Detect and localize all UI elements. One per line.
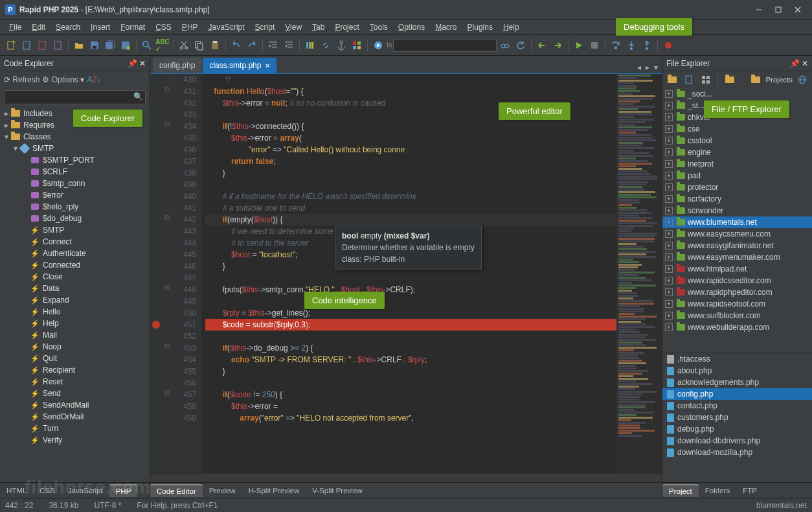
tree-item-mail[interactable]: ⚡Mail (0, 329, 150, 341)
editor-tab-class-smtp-php[interactable]: class.smtp.php✕ (203, 58, 276, 73)
tab-prev-icon[interactable]: ◂ (636, 62, 642, 73)
expand-icon[interactable]: + (665, 148, 673, 156)
save-icon[interactable] (87, 38, 102, 52)
file-contact-php[interactable]: contact.php (662, 400, 812, 412)
breakpoint-marker[interactable] (152, 321, 160, 329)
search-icon[interactable] (140, 38, 154, 52)
expand-icon[interactable]: + (665, 312, 673, 320)
menu-php[interactable]: PHP (177, 21, 203, 34)
address-input[interactable] (393, 39, 497, 52)
expand-icon[interactable]: + (665, 323, 673, 331)
tree-item--crlf[interactable]: $CRLF (0, 166, 150, 178)
expand-icon[interactable]: + (665, 137, 673, 145)
breakpoint-icon[interactable] (661, 38, 675, 52)
expand-icon[interactable]: + (665, 253, 673, 261)
open-folder-icon[interactable] (723, 73, 737, 87)
code-line-459[interactable]: array("error" => "HELO not accepted from… (205, 412, 616, 424)
file-customers-php[interactable]: customers.php (662, 412, 812, 423)
code-line-440[interactable]: # if a hostname for the HELO wasn't spec… (205, 191, 616, 202)
folder-www-rapidphpeditor-com[interactable]: +www.rapidphpeditor.com (662, 286, 812, 298)
lang-tab-html[interactable]: HTML (0, 485, 33, 496)
folder-inetprot[interactable]: +inetprot (662, 158, 812, 170)
tab-next-icon[interactable]: ▸ (644, 62, 651, 73)
code-line-447[interactable] (205, 272, 616, 284)
menu-format[interactable]: Format (115, 21, 150, 34)
tree-item-smtp[interactable]: ⚡SMTP (0, 224, 150, 236)
code-line-454[interactable]: echo "SMTP -> FROM SERVER: " . $this->CR… (205, 354, 616, 366)
code-line-431[interactable]: function Hello($host="") { (205, 86, 616, 97)
tree-item-quit[interactable]: ⚡Quit (0, 353, 150, 364)
tree-item-smtp[interactable]: ▾SMTP (0, 143, 150, 154)
spellcheck-icon[interactable]: ABC✓ (155, 38, 170, 52)
file--htaccess[interactable]: .htaccess (662, 353, 812, 365)
menu-script[interactable]: Script (250, 21, 280, 34)
menu-macro[interactable]: Macro (430, 21, 462, 34)
tree-item-verify[interactable]: ⚡Verify (0, 434, 150, 446)
tree-item-turn[interactable]: ⚡Turn (0, 423, 150, 434)
menu-css[interactable]: CSS (150, 21, 177, 34)
code-line-455[interactable]: } (205, 366, 616, 377)
expand-icon[interactable]: + (665, 160, 673, 168)
folder-csstool[interactable]: +csstool (662, 135, 812, 146)
editor-mode-code-editor[interactable]: Code Editor (150, 484, 203, 497)
editor-mode-v-split-preview[interactable]: V-Split Preview (306, 485, 368, 496)
code-line-435[interactable]: $this->error = array( (205, 132, 616, 144)
expand-icon[interactable]: + (665, 113, 673, 121)
expand-icon[interactable]: + (665, 242, 673, 250)
menu-tab[interactable]: Tab (307, 21, 330, 34)
expand-icon[interactable]: + (665, 230, 673, 238)
menu-help[interactable]: Help (498, 21, 524, 34)
menu-tools[interactable]: Tools (365, 21, 393, 34)
projects-icon[interactable] (749, 73, 763, 87)
editor-mode-h-split-preview[interactable]: H-Split Preview (242, 485, 306, 496)
color-icon[interactable] (350, 38, 364, 52)
tree-item--error[interactable]: $error (0, 189, 150, 201)
folder-www-easygifanimator-net[interactable]: +www.easygifanimator.net (662, 240, 812, 251)
code-line-456[interactable] (205, 377, 616, 389)
open-icon[interactable] (72, 38, 86, 52)
code-line-457[interactable]: if($code != 250) { (205, 389, 616, 401)
file-debug-php[interactable]: debug.php (662, 423, 812, 435)
tree-item-classes[interactable]: ▾Classes (0, 131, 150, 143)
run-icon[interactable] (572, 38, 586, 52)
expand-icon[interactable]: + (665, 277, 673, 285)
redo-icon[interactable] (245, 38, 259, 52)
folder-protector[interactable]: +protector (662, 181, 812, 193)
code-line-449[interactable] (205, 296, 616, 307)
nav-forward-icon[interactable] (550, 38, 565, 52)
binoculars-icon[interactable] (498, 38, 512, 52)
tree-item--smtp_conn[interactable]: $smtp_conn (0, 178, 150, 189)
step-into-icon[interactable] (624, 38, 638, 52)
expand-icon[interactable]: + (665, 265, 673, 273)
tree-item-sendandmail[interactable]: ⚡SendAndMail (0, 399, 150, 411)
menu-search[interactable]: Search (51, 21, 85, 34)
folder-scrwonder[interactable]: +scrwonder (662, 205, 812, 216)
tree-item-authenticate[interactable]: ⚡Authenticate (0, 248, 150, 259)
explorer-tab-folders[interactable]: Folders (699, 485, 736, 496)
new-file-icon[interactable] (4, 38, 18, 52)
menu-file[interactable]: File (4, 21, 27, 34)
new-php-icon[interactable] (51, 38, 65, 52)
menu-insert[interactable]: Insert (85, 21, 115, 34)
new-css-icon[interactable] (35, 38, 49, 52)
minimize-button[interactable] (750, 3, 768, 17)
step-out-icon[interactable] (640, 38, 654, 52)
folder-www-blumentals-net[interactable]: +www.blumentals.net (662, 216, 812, 228)
explorer-tab-ftp[interactable]: FTP (736, 485, 763, 496)
tree-item-hello[interactable]: ⚡Hello (0, 306, 150, 318)
panel-close-icon[interactable]: ✕ (802, 59, 808, 68)
code-line-442[interactable]: if(empty($host)) { (205, 214, 616, 226)
explorer-search-input[interactable] (4, 90, 146, 104)
folder-cse[interactable]: +cse (662, 123, 812, 135)
code-line-451[interactable]: $code = substr($rply,0,3); (205, 319, 616, 331)
expand-icon[interactable]: + (665, 172, 673, 180)
globe-icon[interactable] (795, 73, 809, 87)
code-line-441[interactable]: # a suitable one to send (205, 202, 616, 214)
explorer-tab-project[interactable]: Project (662, 484, 699, 497)
menu-options[interactable]: Options (393, 21, 430, 34)
nav-back-icon[interactable] (535, 38, 549, 52)
code-line-437[interactable]: return false; (205, 156, 616, 167)
minimap[interactable] (616, 74, 662, 473)
folder-www-htmlpad-net[interactable]: +www.htmlpad.net (662, 263, 812, 275)
stop-icon[interactable] (587, 38, 602, 52)
